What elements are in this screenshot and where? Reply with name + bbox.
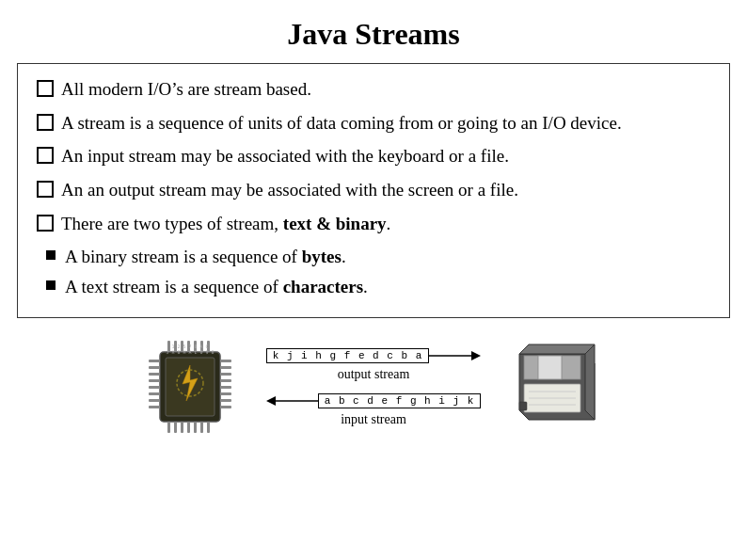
output-stream-caption: output stream <box>338 367 410 382</box>
bullet5-plain: There are two types of stream, <box>61 214 283 233</box>
svg-rect-11 <box>149 406 160 408</box>
page-title: Java Streams <box>0 0 747 63</box>
bullet-text-3: An input stream may be associated with t… <box>61 144 710 168</box>
sub2-plain: A text stream is a sequence of <box>65 277 283 296</box>
floppy-disk-icon <box>501 335 613 439</box>
bullet-item-3: An input stream may be associated with t… <box>37 144 710 168</box>
checkbox-icon-1 <box>37 80 54 97</box>
svg-rect-17 <box>220 392 231 395</box>
bullet-item-5: There are two types of stream, text & bi… <box>37 212 710 236</box>
svg-rect-30 <box>187 422 190 433</box>
checkbox-icon-5 <box>37 215 54 232</box>
input-stream-caption: input stream <box>341 412 406 427</box>
svg-rect-18 <box>220 399 231 402</box>
svg-rect-29 <box>181 422 183 433</box>
bullet-item-4: An an output stream may be associated wi… <box>37 178 710 202</box>
svg-rect-13 <box>220 366 231 369</box>
svg-rect-14 <box>220 373 231 376</box>
svg-marker-42 <box>585 344 595 420</box>
sub2-end: . <box>363 277 368 296</box>
sub-bullets: A binary stream is a sequence of bytes. … <box>46 245 710 298</box>
svg-rect-32 <box>200 422 203 433</box>
bullet-item-2: A stream is a sequence of units of data … <box>37 111 710 136</box>
bullet-text-5: There are two types of stream, text & bi… <box>61 212 710 236</box>
stream-labels: k j i h g f e d c b a output stream a b … <box>251 346 496 427</box>
svg-rect-19 <box>220 406 231 408</box>
svg-rect-28 <box>174 422 177 433</box>
svg-rect-49 <box>519 402 527 410</box>
bullet-text-4: An an output stream may be associated wi… <box>61 178 710 202</box>
svg-rect-10 <box>149 399 160 402</box>
sub2-bold: characters <box>283 277 363 296</box>
sub-bullet-item-2: A text stream is a sequence of character… <box>46 275 710 299</box>
output-stream-row: k j i h g f e d c b a output stream <box>266 346 482 382</box>
svg-marker-41 <box>519 344 595 354</box>
svg-rect-31 <box>194 422 197 433</box>
floppy-container <box>496 335 618 439</box>
svg-rect-5 <box>149 366 160 369</box>
svg-rect-44 <box>538 356 562 379</box>
input-stream-row: a b c d e f g h i j k input stream <box>266 392 482 427</box>
sub-bullet-text-2: A text stream is a sequence of character… <box>65 275 368 299</box>
svg-rect-15 <box>220 379 231 382</box>
chip-container: 1 2 5 7 8 A C J X 8 H A L 0 9 8 <box>129 335 251 439</box>
svg-rect-27 <box>167 422 170 433</box>
output-stream-label: k j i h g f e d c b a <box>266 348 430 363</box>
output-stream-text-row: k j i h g f e d c b a <box>266 346 482 365</box>
bullet-text-2: A stream is a sequence of units of data … <box>61 111 710 136</box>
chip-icon: 1 2 5 7 8 A C J X 8 H A L 0 9 8 <box>134 335 246 439</box>
content-box: All modern I/O’s are stream based. A str… <box>17 63 730 318</box>
input-stream-label: a b c d e f g h i j k <box>318 393 482 408</box>
diagram-area: 1 2 5 7 8 A C J X 8 H A L 0 9 8 k j i h … <box>0 335 747 439</box>
input-stream-text-row: a b c d e f g h i j k <box>266 392 482 410</box>
bullet5-bold: text & binary <box>283 214 387 233</box>
bullet5-end: . <box>387 214 391 233</box>
bullet-item-1: All modern I/O’s are stream based. <box>37 77 710 102</box>
svg-rect-12 <box>220 360 231 362</box>
svg-marker-39 <box>266 396 276 406</box>
svg-rect-33 <box>207 422 210 433</box>
svg-rect-16 <box>220 386 231 389</box>
sq-marker-2 <box>46 280 56 290</box>
bullet-text-1: All modern I/O’s are stream based. <box>61 77 710 102</box>
svg-rect-9 <box>149 392 160 395</box>
svg-text:J X 8 H A L 0 9 8: J X 8 H A L 0 9 8 <box>166 349 214 355</box>
sub1-end: . <box>342 247 346 266</box>
checkbox-icon-3 <box>37 147 54 164</box>
sub1-plain: A binary stream is a sequence of <box>65 247 302 266</box>
sq-marker-1 <box>46 250 56 260</box>
svg-rect-4 <box>149 360 160 362</box>
svg-rect-7 <box>149 379 160 382</box>
svg-rect-8 <box>149 386 160 389</box>
sub1-bold: bytes <box>302 247 342 266</box>
checkbox-icon-2 <box>37 114 54 131</box>
svg-marker-37 <box>471 351 481 360</box>
sub-bullet-item-1: A binary stream is a sequence of bytes. <box>46 245 710 269</box>
output-arrow-icon <box>429 346 481 365</box>
sub-bullet-text-1: A binary stream is a sequence of bytes. <box>65 245 346 269</box>
checkbox-icon-4 <box>37 181 54 198</box>
input-arrow-icon <box>266 392 318 410</box>
svg-rect-6 <box>149 373 160 376</box>
